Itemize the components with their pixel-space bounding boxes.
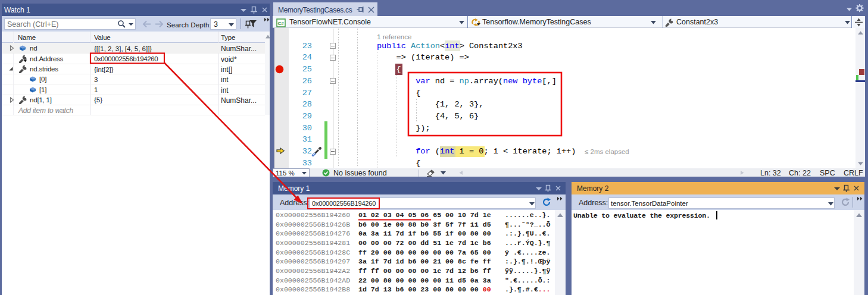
svg-text:C#: C#: [277, 20, 284, 26]
